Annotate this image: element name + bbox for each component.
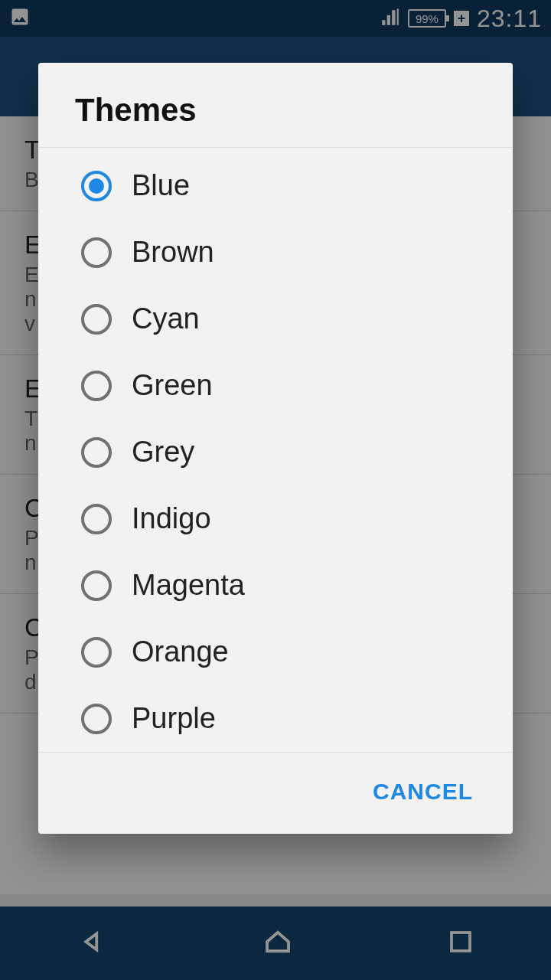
radio-icon (81, 437, 112, 468)
radio-icon (81, 504, 112, 534)
theme-option-label: Blue (132, 169, 190, 202)
radio-icon (81, 371, 112, 401)
theme-option-label: Cyan (132, 302, 200, 335)
theme-option-magenta[interactable]: Magenta (38, 552, 513, 619)
theme-option-grey[interactable]: Grey (38, 419, 513, 485)
dialog-title: Themes (38, 63, 513, 148)
theme-option-blue[interactable]: Blue (38, 152, 513, 219)
theme-option-cyan[interactable]: Cyan (38, 286, 513, 352)
theme-option-label: Indigo (132, 502, 211, 535)
radio-icon (81, 637, 112, 668)
theme-option-orange[interactable]: Orange (38, 619, 513, 685)
theme-option-label: Orange (132, 635, 229, 668)
theme-options-list: BlueBrownCyanGreenGreyIndigoMagentaOrang… (38, 148, 513, 753)
theme-option-brown[interactable]: Brown (38, 219, 513, 286)
radio-icon (81, 704, 112, 734)
theme-option-indigo[interactable]: Indigo (38, 485, 513, 552)
dialog-actions: CANCEL (38, 753, 513, 834)
radio-icon (81, 570, 112, 601)
radio-icon (81, 304, 112, 335)
theme-option-label: Green (132, 369, 213, 402)
theme-option-label: Brown (132, 236, 214, 269)
cancel-button[interactable]: CANCEL (357, 769, 488, 814)
radio-icon (81, 237, 112, 268)
theme-option-purple[interactable]: Purple (38, 685, 513, 752)
themes-dialog: Themes BlueBrownCyanGreenGreyIndigoMagen… (38, 63, 513, 834)
theme-option-label: Purple (132, 702, 216, 735)
theme-option-label: Grey (132, 436, 194, 469)
theme-option-green[interactable]: Green (38, 352, 513, 419)
radio-icon (81, 171, 112, 201)
theme-option-label: Magenta (132, 569, 245, 602)
